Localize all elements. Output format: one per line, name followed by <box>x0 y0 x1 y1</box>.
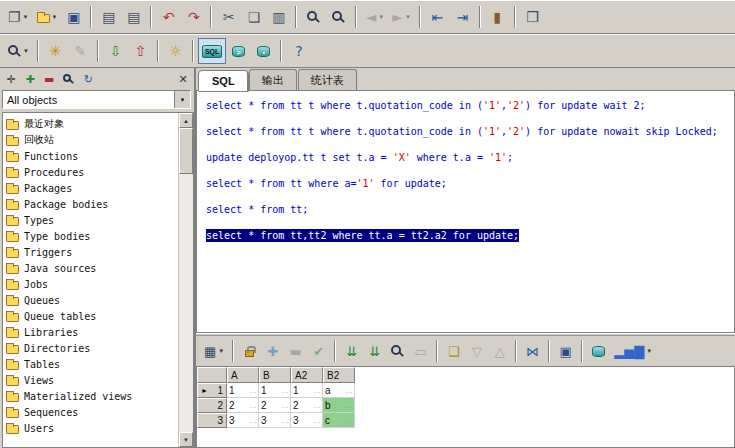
grid-mode-button[interactable]: ▦▼ <box>200 339 228 363</box>
remove-button[interactable]: ▬ <box>40 70 58 88</box>
object-filter-select[interactable]: All objects ▼ <box>2 90 191 109</box>
single-record-view-button[interactable]: ⋈ <box>521 339 544 363</box>
grid-cell[interactable]: a… <box>323 383 355 398</box>
grid-cell[interactable]: 1… <box>291 383 323 398</box>
cell-ellipsis-icon[interactable]: … <box>281 401 288 410</box>
grid-column-header[interactable]: A2 <box>291 367 323 383</box>
tab-output[interactable]: 输出 <box>249 69 297 90</box>
export-db-button[interactable] <box>587 339 610 363</box>
pin-button[interactable]: ✛ <box>2 70 20 88</box>
cell-ellipsis-icon[interactable]: … <box>345 401 352 410</box>
sql-editor[interactable]: select * from tt t where t.quotation_cod… <box>196 90 735 333</box>
indent-button[interactable]: ⇥ <box>450 4 475 30</box>
find-button[interactable] <box>301 4 326 30</box>
row-header[interactable]: 3 <box>197 413 227 428</box>
grid-cell[interactable]: 3… <box>291 413 323 428</box>
clear-button[interactable]: ▭ <box>409 339 432 363</box>
post-edit-button[interactable]: ✔ <box>307 339 330 363</box>
export-results-button[interactable]: ❏ <box>442 339 465 363</box>
tree-item[interactable]: Users <box>6 420 178 436</box>
results-grid[interactable]: ABA2B2►11…1…1…a…22…2…2…b…33…3…3…c… <box>196 366 735 448</box>
tree-item[interactable]: Directories <box>6 340 178 356</box>
grid-cell[interactable]: 2… <box>259 398 291 413</box>
tree-item[interactable]: Tables <box>6 356 178 372</box>
undo-button[interactable]: ↶ <box>156 4 181 30</box>
add-button[interactable]: ✚ <box>21 70 39 88</box>
print-options-button[interactable]: ▤ <box>121 4 146 30</box>
insert-record-button[interactable]: ✚ <box>261 339 284 363</box>
scroll-up-button[interactable]: ▲ <box>179 113 193 128</box>
new-file-button[interactable]: ❐▼ <box>4 4 33 30</box>
redo-button[interactable]: ↷ <box>181 4 206 30</box>
browser-filter-button[interactable]: ▼ <box>4 38 33 64</box>
tree-item[interactable]: Queue tables <box>6 308 178 324</box>
grid-cell[interactable]: 3… <box>227 413 259 428</box>
sessions-button[interactable]: ☼ <box>163 38 188 64</box>
cell-ellipsis-icon[interactable]: … <box>345 386 352 395</box>
help-button[interactable]: ? <box>286 38 311 64</box>
sql-window-button[interactable]: SQL <box>198 38 226 64</box>
delete-record-button[interactable]: ▬ <box>284 339 307 363</box>
grid-cell[interactable]: 3… <box>259 413 291 428</box>
print-button[interactable]: ▤ <box>96 4 121 30</box>
tab-stats[interactable]: 统计表 <box>298 69 357 90</box>
exit-button[interactable]: ▮ <box>485 4 510 30</box>
report-window-button[interactable]: ▪ <box>251 38 276 64</box>
fetch-all-button[interactable]: ⇊ <box>363 339 386 363</box>
tree-item[interactable]: Sequences <box>6 404 178 420</box>
scroll-down-button[interactable]: ▼ <box>179 432 193 447</box>
cell-ellipsis-icon[interactable]: … <box>281 416 288 425</box>
grid-cell[interactable]: 2… <box>291 398 323 413</box>
grid-column-header[interactable]: B <box>259 367 291 383</box>
tab-sql[interactable]: SQL <box>199 71 248 91</box>
forward-button[interactable]: ►▼ <box>388 4 415 30</box>
tree-item[interactable]: Queues <box>6 292 178 308</box>
tree-item[interactable]: 最近对象 <box>6 116 178 132</box>
chart-button[interactable]: ▂▅▇▼ <box>610 339 656 363</box>
sort-desc-button[interactable]: ▽ <box>465 339 488 363</box>
tree-item[interactable]: Procedures <box>6 164 178 180</box>
commit-button[interactable]: ⇩ <box>103 38 128 64</box>
cell-ellipsis-icon[interactable]: … <box>249 386 256 395</box>
grid-cell[interactable]: 1… <box>227 383 259 398</box>
back-button[interactable]: ◄▼ <box>361 4 388 30</box>
save-button[interactable]: ▣ <box>61 4 86 30</box>
tree-item[interactable]: Types <box>6 212 178 228</box>
tree-item[interactable]: Type bodies <box>6 228 178 244</box>
tree-item[interactable]: Functions <box>6 148 178 164</box>
tree-item[interactable]: Libraries <box>6 324 178 340</box>
grid-cell[interactable]: 2… <box>227 398 259 413</box>
cell-ellipsis-icon[interactable]: … <box>313 416 320 425</box>
cell-ellipsis-icon[interactable]: … <box>313 386 320 395</box>
preferences-button[interactable]: ✳ <box>43 38 68 64</box>
sort-asc-button[interactable]: △ <box>488 339 511 363</box>
close-panel-button[interactable]: ✕ <box>174 70 192 88</box>
tree-item[interactable]: Package bodies <box>6 196 178 212</box>
window-list-button[interactable]: ❒ <box>520 4 545 30</box>
paste-button[interactable]: ▥ <box>266 4 291 30</box>
tree-item[interactable]: Java sources <box>6 260 178 276</box>
cell-ellipsis-icon[interactable]: … <box>249 401 256 410</box>
command-window-button[interactable]: > <box>226 38 251 64</box>
find-next-button[interactable] <box>326 4 351 30</box>
chevron-down-icon[interactable]: ▼ <box>174 91 190 108</box>
cell-ellipsis-icon[interactable]: … <box>281 386 288 395</box>
grid-cell[interactable]: b… <box>323 398 355 413</box>
tree-item[interactable]: Triggers <box>6 244 178 260</box>
row-header[interactable]: 2 <box>197 398 227 413</box>
tree-scrollbar[interactable]: ▲ ▼ <box>178 113 193 447</box>
edit-object-button[interactable]: ✎ <box>68 38 93 64</box>
tree-item[interactable]: 回收站 <box>6 132 178 148</box>
refresh-button[interactable]: ↻ <box>79 70 97 88</box>
tree-item[interactable]: Jobs <box>6 276 178 292</box>
open-file-button[interactable]: ▼ <box>33 4 62 30</box>
rollback-button[interactable]: ⇧ <box>128 38 153 64</box>
tree-item[interactable]: Packages <box>6 180 178 196</box>
grid-column-header[interactable]: A <box>227 367 259 383</box>
scroll-track[interactable] <box>179 128 193 432</box>
lock-button[interactable] <box>238 339 261 363</box>
scroll-thumb[interactable] <box>179 128 193 174</box>
unindent-button[interactable]: ⇤ <box>425 4 450 30</box>
row-header[interactable]: ►1 <box>197 383 227 398</box>
grid-column-header[interactable]: B2 <box>323 367 355 383</box>
